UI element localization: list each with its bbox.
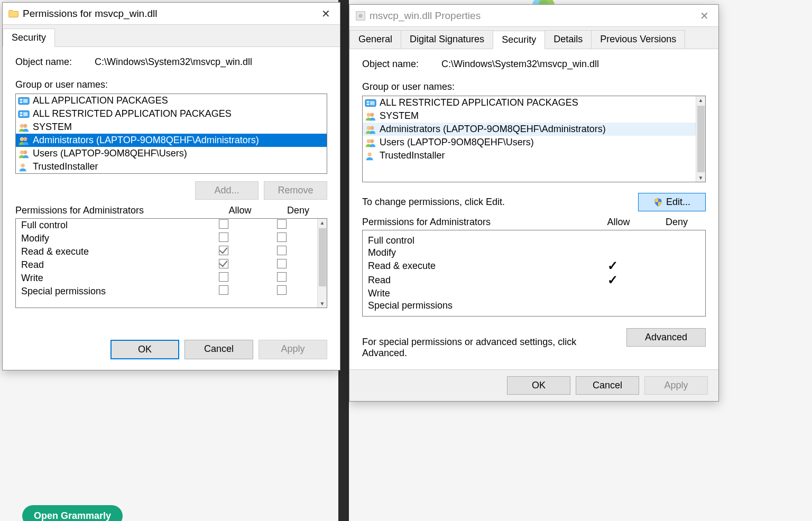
- permission-allow-cell[interactable]: [195, 259, 253, 271]
- svg-point-26: [23, 137, 27, 141]
- checkbox-icon[interactable]: [277, 246, 287, 255]
- checkbox-icon[interactable]: [277, 219, 287, 229]
- principal-item[interactable]: SYSTEM: [16, 120, 327, 134]
- permission-deny-cell[interactable]: [253, 259, 311, 271]
- edit-button-label: Edit...: [666, 197, 690, 208]
- checkbox-icon[interactable]: [219, 246, 228, 255]
- permission-allow-cell[interactable]: [195, 232, 253, 245]
- checkbox-icon[interactable]: [219, 232, 228, 242]
- tab-security[interactable]: Security: [3, 29, 55, 47]
- principal-name: Administrators (LAPTOP-9OM8QEHF\Administ…: [33, 135, 259, 146]
- tab-previous-versions[interactable]: Previous Versions: [591, 30, 685, 49]
- titlebar[interactable]: msvcp_win.dll Properties ✕: [349, 5, 718, 27]
- permission-deny-cell[interactable]: [253, 285, 311, 297]
- titlebar[interactable]: Permissions for msvcp_win.dll ✕: [3, 3, 340, 25]
- allow-column-header: Allow: [211, 205, 269, 216]
- ok-button[interactable]: OK: [507, 376, 570, 395]
- svg-point-11: [370, 126, 374, 129]
- scrollbar[interactable]: ▲ ▼: [696, 96, 705, 182]
- principals-listbox[interactable]: ALL APPLICATION PACKAGESALL RESTRICTED A…: [15, 94, 327, 174]
- svg-point-23: [20, 124, 24, 127]
- svg-rect-5: [367, 101, 370, 103]
- checkbox-icon[interactable]: [277, 285, 287, 295]
- principals-listbox[interactable]: ALL RESTRICTED APPLICATION PACKAGESSYSTE…: [362, 96, 706, 182]
- svg-rect-21: [20, 114, 23, 116]
- svg-rect-20: [20, 112, 23, 114]
- grammarly-pill[interactable]: Open Grammarly: [22, 505, 123, 521]
- checkbox-icon[interactable]: [219, 259, 228, 268]
- permission-allow-cell[interactable]: [195, 272, 253, 284]
- apply-button[interactable]: Apply: [259, 340, 327, 359]
- permission-deny-cell[interactable]: [253, 219, 311, 231]
- permissions-list[interactable]: Full controlModifyRead & executeReadWrit…: [15, 218, 327, 308]
- scrollbar[interactable]: ▲ ▼: [317, 219, 327, 308]
- tab-general[interactable]: General: [349, 30, 401, 49]
- scroll-thumb[interactable]: [697, 106, 705, 172]
- checkbox-icon[interactable]: [277, 232, 287, 242]
- checkbox-icon[interactable]: [277, 259, 287, 268]
- add-button[interactable]: Add...: [195, 181, 259, 200]
- object-name-label: Object name:: [362, 59, 441, 70]
- cancel-button[interactable]: Cancel: [576, 376, 639, 395]
- principal-item[interactable]: ALL APPLICATION PACKAGES: [16, 94, 327, 107]
- checkbox-icon[interactable]: [219, 272, 228, 282]
- advanced-button[interactable]: Advanced: [626, 328, 706, 347]
- permission-row: Write: [16, 272, 316, 285]
- svg-point-12: [367, 139, 371, 143]
- permission-allow-cell[interactable]: [195, 246, 253, 258]
- permission-deny-cell[interactable]: [253, 232, 311, 245]
- close-button[interactable]: ✕: [313, 5, 338, 22]
- principal-item[interactable]: Users (LAPTOP-9OM8QEHF\Users): [16, 147, 327, 160]
- permission-allow-cell: ✓: [584, 274, 642, 287]
- svg-point-10: [367, 126, 371, 129]
- svg-rect-17: [20, 101, 23, 103]
- principal-name: ALL RESTRICTED APPLICATION PACKAGES: [380, 97, 578, 108]
- principal-item[interactable]: Administrators (LAPTOP-9OM8QEHF\Administ…: [363, 123, 696, 136]
- group-icon: [365, 111, 376, 122]
- properties-dialog: msvcp_win.dll Properties ✕ General Digit…: [349, 4, 719, 402]
- ok-button[interactable]: OK: [110, 340, 179, 359]
- permission-deny-cell[interactable]: [253, 246, 311, 258]
- principal-name: Users (LAPTOP-9OM8QEHF\Users): [33, 148, 187, 159]
- principal-item[interactable]: Users (LAPTOP-9OM8QEHF\Users): [363, 136, 696, 149]
- permission-allow-cell[interactable]: [195, 219, 253, 231]
- principal-item[interactable]: Administrators (LAPTOP-9OM8QEHF\Administ…: [16, 134, 327, 147]
- permission-row: Full control: [16, 219, 316, 232]
- edit-button[interactable]: Edit...: [638, 193, 706, 211]
- principal-item[interactable]: TrustedInstaller: [363, 149, 696, 162]
- tab-security[interactable]: Security: [493, 31, 545, 49]
- permission-row: Read: [16, 258, 316, 272]
- checkbox-icon[interactable]: [219, 219, 228, 229]
- tab-digital-signatures[interactable]: Digital Signatures: [401, 30, 493, 49]
- package-icon: [18, 109, 30, 119]
- scroll-down-icon[interactable]: ▼: [698, 174, 704, 182]
- checkbox-icon[interactable]: [277, 272, 287, 282]
- scroll-down-icon[interactable]: ▼: [320, 300, 325, 308]
- scroll-up-icon[interactable]: ▲: [320, 219, 325, 227]
- principal-name: TrustedInstaller: [380, 150, 445, 161]
- principal-item[interactable]: TrustedInstaller: [16, 160, 327, 173]
- svg-point-8: [367, 113, 371, 116]
- checkmark-icon: ✓: [607, 258, 618, 273]
- group-user-names-label: Group or user names:: [15, 79, 327, 90]
- cancel-button[interactable]: Cancel: [184, 340, 253, 359]
- checkbox-icon[interactable]: [219, 285, 228, 295]
- apply-button[interactable]: Apply: [644, 376, 708, 395]
- permission-deny-cell[interactable]: [253, 272, 311, 284]
- remove-button[interactable]: Remove: [264, 181, 327, 200]
- allow-column-header: Allow: [589, 217, 648, 228]
- group-icon: [365, 124, 376, 135]
- close-button[interactable]: ✕: [692, 7, 716, 24]
- principal-item[interactable]: ALL RESTRICTED APPLICATION PACKAGES: [363, 96, 696, 109]
- principal-item[interactable]: ALL RESTRICTED APPLICATION PACKAGES: [16, 107, 327, 120]
- scroll-thumb[interactable]: [319, 228, 326, 286]
- permission-row: Read✓: [363, 273, 705, 287]
- object-name-value: C:\Windows\System32\msvcp_win.dll: [441, 59, 599, 70]
- group-icon: [365, 137, 376, 148]
- permission-allow-cell[interactable]: [195, 285, 253, 297]
- scroll-up-icon[interactable]: ▲: [698, 96, 704, 104]
- permission-row: Write: [363, 287, 705, 300]
- principal-item[interactable]: SYSTEM: [363, 109, 696, 123]
- tab-details[interactable]: Details: [545, 30, 592, 49]
- svg-rect-7: [370, 101, 374, 105]
